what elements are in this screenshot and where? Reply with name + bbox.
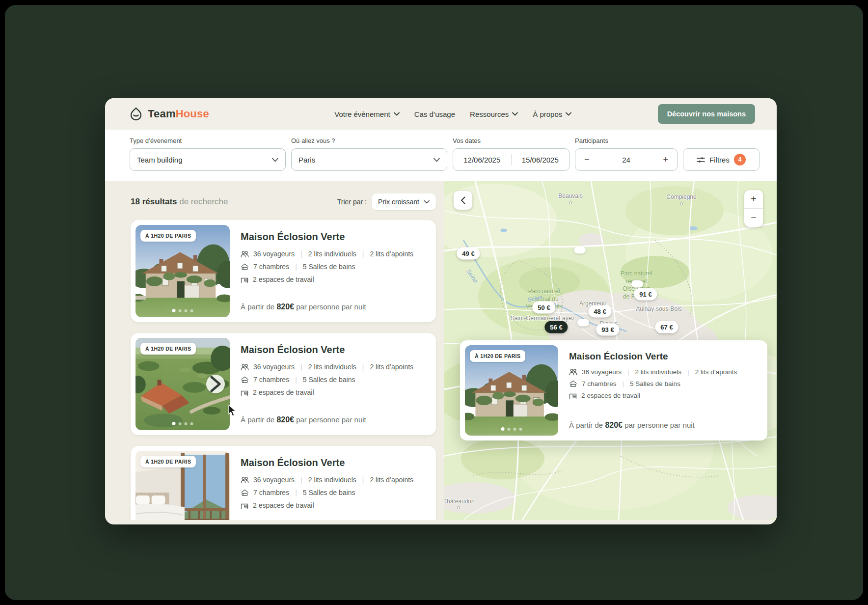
event-type-label: Type d’évenement xyxy=(130,137,286,144)
carousel-dots[interactable] xyxy=(172,422,193,425)
listing-rooms-row: 7 chambres | 5 Salles de bains xyxy=(241,263,428,271)
map-cluster-marker[interactable] xyxy=(577,319,589,327)
workspace-icon xyxy=(241,389,248,396)
nav-item-a-propos[interactable]: À propos xyxy=(533,110,571,118)
park-line: Parc naturel xyxy=(528,288,560,295)
carousel-dot xyxy=(190,422,193,425)
carousel-dot xyxy=(508,428,511,431)
single-beds: 2 lits individuels xyxy=(635,368,682,376)
workspaces-count: 2 espaces de travail xyxy=(581,392,640,399)
single-beds: 2 lits individuels xyxy=(308,363,356,371)
chevron-down-icon xyxy=(434,158,440,162)
price-prefix: À partir de xyxy=(569,421,605,429)
workspace-icon xyxy=(569,392,577,399)
chevron-left-icon xyxy=(461,196,465,204)
map-city-label-beauvais: Beauvais xyxy=(558,192,582,199)
listing-title: Maison Éclosion Verte xyxy=(241,231,428,243)
destination-group: Où allez vous ? Paris xyxy=(291,137,447,171)
results-header: 18 résultats de recherche Trier par : Pr… xyxy=(131,193,436,210)
listing-card[interactable]: À 1H20 DE PARIS Maison Éclosion Verte xyxy=(131,220,436,322)
carousel-dot xyxy=(179,309,182,312)
participants-group: Participants − 24 + xyxy=(575,137,678,171)
listing-rooms-row: 7 chambres | 5 Salles de bains xyxy=(569,380,760,387)
zoom-in-button[interactable]: + xyxy=(744,190,763,208)
carousel-dot xyxy=(172,422,176,425)
zoom-out-button[interactable]: − xyxy=(744,209,763,227)
listing-photo[interactable]: À 1H20 DE PARIS xyxy=(136,338,230,430)
extra-beds: 2 lits d’apoints xyxy=(370,476,413,484)
bedroom-icon xyxy=(241,263,249,271)
map-back-button[interactable] xyxy=(454,191,472,210)
nav-label: Ressources xyxy=(470,110,509,118)
carousel-dot xyxy=(172,309,176,312)
results-panel: 18 résultats de recherche Trier par : Pr… xyxy=(105,181,444,520)
map-cluster-marker[interactable] xyxy=(631,280,643,288)
nav-label: Votre évènement xyxy=(334,110,390,118)
participants-increase-button[interactable]: + xyxy=(662,155,669,164)
map-panel[interactable]: + − Beauvais Compiègne Argenteuil Aulnay… xyxy=(444,181,777,520)
map-price-pin[interactable]: 93 € xyxy=(596,324,619,336)
outer-frame: TeamHouse Votre évènement Cas d’usage Re… xyxy=(0,0,868,605)
map-price-pin-selected[interactable]: 56 € xyxy=(544,321,568,333)
date-end-input[interactable]: 15/06/2025 xyxy=(512,156,570,164)
sort-select[interactable]: Prix croissant xyxy=(372,193,436,210)
map-price-pin[interactable]: 48 € xyxy=(588,305,611,318)
bathrooms-count: 5 Salles de bains xyxy=(303,263,355,271)
workspaces-count: 2 espaces de travail xyxy=(253,275,314,283)
separator: | xyxy=(627,368,629,376)
brand-name: TeamHouse xyxy=(148,108,209,120)
carousel-dot xyxy=(519,428,522,431)
listing-card[interactable]: À 1H20 DE PARIS Maison Éclosion Verte xyxy=(131,446,436,520)
search-bar: Type d’évenement Team building Où allez … xyxy=(105,130,777,181)
sort-label: Trier par : xyxy=(337,198,367,206)
date-start-input[interactable]: 12/06/2025 xyxy=(453,156,511,164)
top-navigation-bar: TeamHouse Votre évènement Cas d’usage Re… xyxy=(105,98,777,130)
listing-photo[interactable]: À 1H20 DE PARIS xyxy=(465,345,558,436)
filters-count-badge: 4 xyxy=(734,154,746,165)
carousel-dots[interactable] xyxy=(501,427,522,431)
brand-logo[interactable]: TeamHouse xyxy=(129,107,209,121)
discover-houses-button[interactable]: Découvrir nos maisons xyxy=(658,104,755,124)
separator: | xyxy=(295,376,297,384)
map-price-pin[interactable]: 49 € xyxy=(457,248,480,260)
destination-select[interactable]: Paris xyxy=(291,148,447,171)
carousel-dot xyxy=(514,428,516,431)
carousel-dots[interactable] xyxy=(172,309,193,312)
nav-label: À propos xyxy=(533,110,562,118)
listing-info: Maison Éclosion Verte 36 voyageurs | 2 l… xyxy=(241,225,431,317)
nav-item-ressources[interactable]: Ressources xyxy=(470,110,518,118)
map-city-label-chateaudun: Châteaudun xyxy=(444,498,475,505)
destination-value: Paris xyxy=(298,156,315,164)
listing-card[interactable]: À 1H20 DE PARIS Maison Éclosion Ve xyxy=(131,333,436,435)
listing-photo[interactable]: À 1H20 DE PARIS xyxy=(136,225,230,317)
bedrooms-count: 7 chambres xyxy=(253,489,289,496)
bathrooms-count: 5 Salles de bains xyxy=(303,376,355,384)
separator: | xyxy=(300,476,302,484)
event-type-select[interactable]: Team building xyxy=(130,148,286,171)
main-nav: Votre évènement Cas d’usage Ressources À… xyxy=(295,110,571,118)
listing-title: Maison Éclosion Verte xyxy=(241,344,428,356)
workspaces-count: 2 espaces de travail xyxy=(253,388,314,396)
map-cluster-marker[interactable] xyxy=(574,247,586,254)
map-listing-popup[interactable]: À 1H20 DE PARIS Maison Éclosion Verte xyxy=(460,340,767,440)
nav-item-cas-dusage[interactable]: Cas d’usage xyxy=(414,110,455,118)
separator: | xyxy=(362,476,364,484)
price-suffix: par personne par nuit xyxy=(623,421,695,429)
city-marker-dot xyxy=(569,201,572,204)
desktop-background: TeamHouse Votre évènement Cas d’usage Re… xyxy=(5,5,863,600)
map-price-pin[interactable]: 50 € xyxy=(532,302,555,314)
map-price-pin[interactable]: 91 € xyxy=(634,288,657,301)
price-value: 820€ xyxy=(276,415,294,424)
single-beds: 2 lits individuels xyxy=(308,250,356,258)
carousel-next-button[interactable] xyxy=(206,375,225,393)
separator: | xyxy=(362,250,364,258)
filters-button[interactable]: Filtres 4 xyxy=(683,148,760,171)
participants-decrease-button[interactable]: − xyxy=(583,155,591,164)
results-count-number: 18 résultats xyxy=(131,197,177,206)
listing-title: Maison Éclosion Verte xyxy=(241,457,428,468)
listing-info: Maison Éclosion Verte 36 voyageurs | 2 l… xyxy=(241,338,431,430)
listing-photo[interactable]: À 1H20 DE PARIS xyxy=(136,451,230,520)
bedroom-icon xyxy=(241,376,249,384)
nav-item-votre-evenement[interactable]: Votre évènement xyxy=(334,110,399,118)
map-price-pin[interactable]: 67 € xyxy=(655,321,678,333)
